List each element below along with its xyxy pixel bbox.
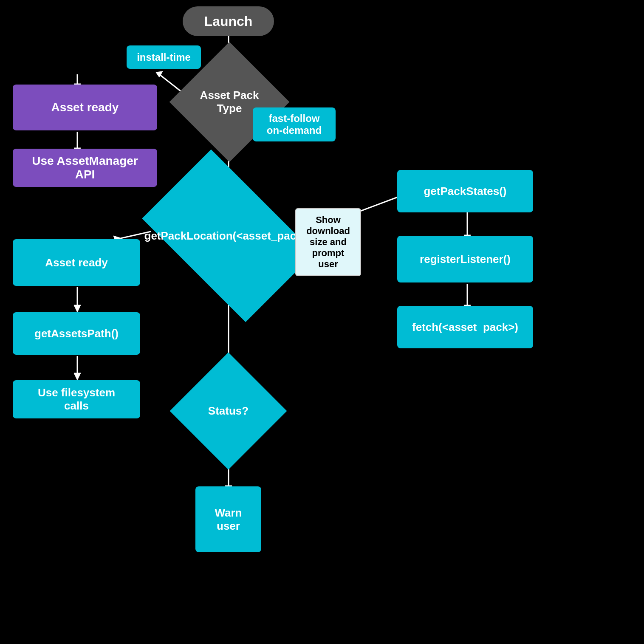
fast-follow-label: fast-follow on-demand [253, 107, 336, 141]
use-asset-manager-api-node: Use AssetManager API [13, 149, 157, 187]
register-listener-node: registerListener() [397, 236, 533, 282]
show-download-size-node: Show download size and prompt user [295, 208, 361, 276]
svg-marker-17 [74, 373, 81, 380]
flowchart: Launch install-time Asset Pack Type Asse… [0, 0, 644, 644]
get-pack-location-label: getPackLocation(<asset_pack>) [155, 187, 302, 285]
status-label: Status? [187, 370, 270, 452]
svg-marker-3 [156, 71, 163, 77]
get-pack-states-node: getPackStates() [397, 170, 533, 212]
asset-ready-1-node: Asset ready [13, 85, 157, 130]
asset-ready-2-node: Asset ready [13, 239, 140, 286]
fetch-asset-pack-node: fetch(<asset_pack>) [397, 306, 533, 348]
launch-node: Launch [183, 6, 274, 36]
status-diamond: Status? [170, 353, 287, 470]
use-filesystem-calls-node: Use filesystem calls [13, 380, 140, 418]
warn-user-node: Warn user [195, 486, 261, 552]
get-pack-location-diamond: getPackLocation(<asset_pack>) [142, 150, 315, 322]
asset-pack-type-diamond: Asset Pack Type [169, 42, 290, 162]
svg-marker-15 [74, 305, 81, 312]
get-assets-path-node: getAssetsPath() [13, 312, 140, 355]
